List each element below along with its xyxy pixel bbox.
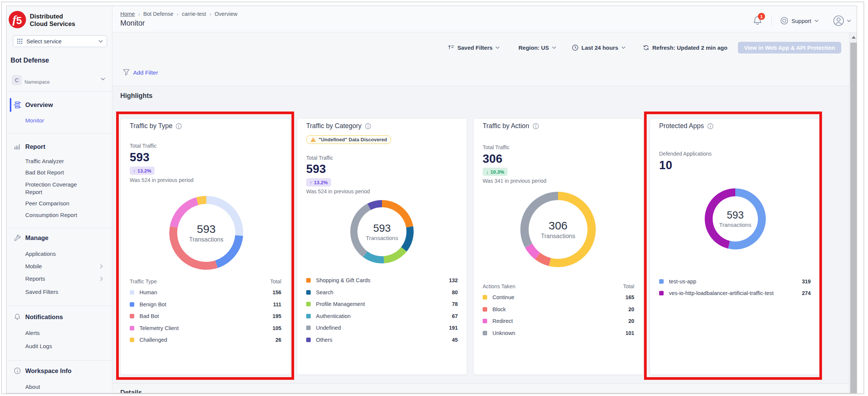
legend-name: Shopping & Gift Cards [316, 277, 370, 283]
region-dropdown[interactable]: Region: US [518, 42, 556, 54]
namespace-chevron-icon[interactable] [101, 78, 105, 81]
support-label: Support [791, 18, 811, 24]
sidebar-divider [6, 306, 112, 306]
legend-row-search[interactable]: Search80 [306, 288, 458, 297]
sidebar-item-mobile[interactable]: Mobile [25, 263, 42, 270]
breadcrumb-item-overview[interactable]: Overview [215, 11, 237, 17]
chevron-right-icon [100, 277, 103, 281]
legend-row-authentication[interactable]: Authentication67 [306, 312, 458, 321]
sidebar-item-consumption-report[interactable]: Consumption Report [25, 211, 77, 219]
sidebar-item-traffic-analyzer[interactable]: Traffic Analyzer [25, 157, 64, 165]
legend-row-challenged[interactable]: Challenged26 [130, 335, 281, 344]
support-icon [780, 17, 788, 25]
app-window: f 5 Distributed Cloud Services Select se… [6, 6, 857, 393]
report-icon [14, 143, 21, 150]
namespace-avatar[interactable]: C [12, 75, 22, 85]
sidebar-item-peer-comparison[interactable]: Peer Comparison [25, 200, 69, 207]
support-menu[interactable]: Support [780, 17, 819, 25]
scrollbar-up-arrow[interactable] [850, 32, 857, 42]
undefined-data-warning-badge: "Undefined" Data Discovered [306, 135, 391, 144]
card-title: Protected Apps [659, 122, 704, 130]
filters-band: Saved Filters Region: US Last 24 hours [112, 32, 849, 86]
legend-name: ves-io-http-loadbalancer-artificial-traf… [669, 290, 774, 296]
sidebar-item-workspace-info[interactable]: Workspace Info [25, 367, 72, 375]
sidebar-item-alerts[interactable]: Alerts [25, 329, 40, 337]
f5-logo-icon[interactable]: f 5 [9, 11, 26, 28]
sidebar-item-saved-filters[interactable]: Saved Filters [25, 288, 58, 296]
legend-row-human[interactable]: Human156 [130, 288, 281, 297]
legend-row-others[interactable]: Others45 [306, 335, 458, 344]
breadcrumb-item-home[interactable]: Home [120, 11, 135, 17]
legend-name: Others [316, 337, 333, 343]
donut-center-label: 306Transactions [532, 219, 584, 240]
time-range-dropdown[interactable]: Last 24 hours [572, 42, 626, 54]
donut-center-label: 593Transactions [356, 222, 408, 241]
sidebar-item-applications[interactable]: Applications [25, 250, 56, 258]
info-icon[interactable] [365, 123, 371, 129]
info-icon[interactable] [533, 123, 539, 129]
legend-row-block[interactable]: Block20 [483, 305, 634, 314]
sidebar-item-manage[interactable]: Manage [25, 234, 48, 242]
stat-value: 10 [659, 159, 672, 172]
stat-label: Total Traffic [130, 143, 156, 149]
sidebar-divider [6, 91, 112, 92]
sidebar-item-overview[interactable]: Overview [25, 101, 53, 109]
saved-filters-dropdown[interactable]: Saved Filters [448, 42, 500, 54]
card-title: Traffic by Category [306, 122, 362, 130]
refresh-label: Refresh: Updated 2 min ago [652, 44, 727, 51]
legend-row-test-us-app[interactable]: test-us-app319 [659, 277, 811, 286]
card-title: Traffic by Action [483, 122, 529, 130]
legend-color-swatch [659, 279, 664, 284]
legend-row-shopping-gift-cards[interactable]: Shopping & Gift Cards132 [306, 276, 458, 285]
legend-row-redirect[interactable]: Redirect20 [483, 316, 634, 326]
breadcrumb-item-bot-defense[interactable]: Bot Defense [143, 11, 173, 17]
legend-value: 165 [626, 294, 634, 300]
sidebar-item-about[interactable]: About [25, 383, 40, 391]
legend-row-unknown[interactable]: Unknown101 [483, 329, 634, 338]
legend-color-swatch [130, 326, 134, 330]
card-traffic-by-category: Traffic by Category"Undefined" Data Disc… [297, 118, 467, 375]
info-icon[interactable] [176, 123, 182, 129]
legend-row-undefined[interactable]: Undefined191 [306, 323, 458, 332]
filter-list-icon [448, 45, 454, 50]
sidebar-item-reports[interactable]: Reports [25, 275, 45, 283]
legend-name: Search [316, 289, 333, 295]
donut-center-label: 593Transactions [180, 223, 233, 243]
vertical-scrollbar[interactable] [849, 32, 857, 393]
legend-row-profile-management[interactable]: Profile Management78 [306, 300, 458, 309]
add-filter-button[interactable]: Add Filter [123, 69, 158, 76]
legend-name: Benign Bot [140, 301, 166, 307]
notifications-bell-button[interactable]: 1 [753, 15, 764, 27]
select-service-dropdown[interactable]: Select service [13, 35, 107, 47]
legend-value: 319 [802, 278, 811, 284]
legend-row-telemetry-client[interactable]: Telemetry Client105 [130, 324, 281, 333]
legend-color-swatch [483, 331, 487, 335]
legend-name: Profile Management [316, 301, 365, 307]
legend-row-benign-bot[interactable]: Benign Bot111 [130, 300, 281, 309]
sidebar-item-bad-bot-report[interactable]: Bad Bot Report [25, 169, 64, 176]
legend-name: test-us-app [669, 278, 696, 284]
sidebar-item-audit-logs[interactable]: Audit Logs [25, 342, 52, 350]
refresh-button[interactable]: Refresh: Updated 2 min ago [643, 42, 727, 54]
svg-text:5: 5 [16, 15, 22, 26]
highlights-band: Highlights Traffic by TypeTotal Traffic5… [112, 86, 849, 383]
legend-row-bad-bot[interactable]: Bad Bot195 [130, 312, 281, 321]
legend-color-swatch [306, 278, 311, 283]
sidebar-item-report[interactable]: Report [25, 143, 45, 150]
legend-color-swatch [306, 338, 311, 342]
breadcrumb-item-carrie-test[interactable]: carrie-test [182, 11, 206, 17]
user-menu[interactable] [833, 15, 851, 26]
donut-center-label: 593Transactions [709, 209, 762, 228]
chevron-down-icon [814, 20, 819, 22]
scrollbar-thumb[interactable] [850, 43, 857, 393]
info-icon[interactable] [707, 123, 713, 129]
legend-value: 20 [628, 306, 634, 312]
sidebar-item-notifications[interactable]: Notifications [25, 313, 63, 321]
add-filter-label: Add Filter [133, 69, 158, 76]
legend-row-continue[interactable]: Continue165 [483, 293, 634, 302]
sidebar-item-monitor[interactable]: Monitor [25, 117, 44, 124]
legend-color-swatch [306, 326, 311, 330]
view-in-waap-button[interactable]: View in Web App & API Protection [738, 42, 841, 54]
legend-row-ves-io-http-loadbalancer-artificial-traffic-test[interactable]: ves-io-http-loadbalancer-artificial-traf… [659, 289, 811, 298]
sidebar-item-protection-coverage-report[interactable]: Protection Coverage Report [25, 181, 89, 196]
